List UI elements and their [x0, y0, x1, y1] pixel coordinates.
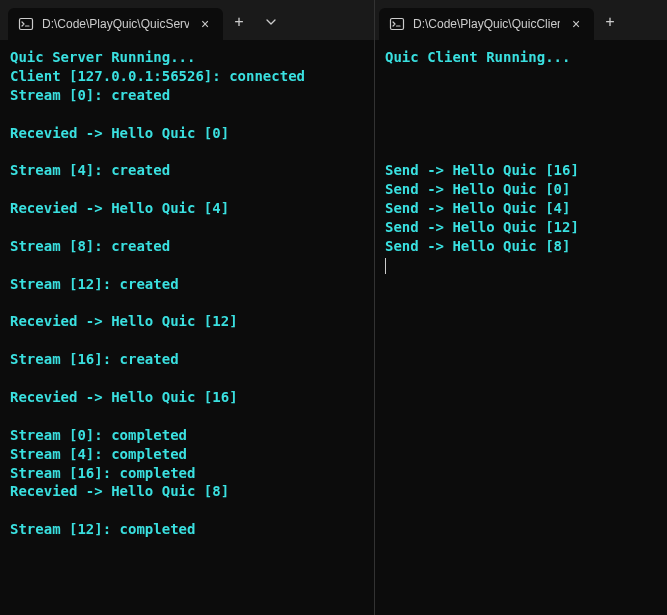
terminal-line: Recevied -> Hello Quic [12]	[10, 312, 364, 331]
terminal-output-server[interactable]: Quic Server Running...Client [127.0.0.1:…	[0, 40, 374, 615]
terminal-line	[385, 142, 657, 161]
terminal-line: Stream [0]: completed	[10, 426, 364, 445]
terminal-line	[385, 256, 657, 275]
terminal-line: Recevied -> Hello Quic [0]	[10, 124, 364, 143]
terminal-line	[10, 142, 364, 161]
terminal-line	[385, 105, 657, 124]
terminal-line: Stream [12]: created	[10, 275, 364, 294]
terminal-line: Stream [16]: created	[10, 350, 364, 369]
cursor	[385, 258, 386, 274]
close-icon[interactable]: ×	[568, 16, 584, 32]
terminal-line: Stream [4]: created	[10, 161, 364, 180]
terminal-line	[10, 369, 364, 388]
terminal-line: Client [127.0.0.1:56526]: connected	[10, 67, 364, 86]
terminal-line: Quic Server Running...	[10, 48, 364, 67]
terminal-line: Stream [8]: created	[10, 237, 364, 256]
terminal-line	[10, 218, 364, 237]
terminal-line: Stream [16]: completed	[10, 464, 364, 483]
tab-bar: D:\Code\PlayQuic\QuicClient\ × +	[375, 0, 667, 40]
terminal-line	[385, 86, 657, 105]
terminal-line: Send -> Hello Quic [8]	[385, 237, 657, 256]
terminal-line: Stream [0]: created	[10, 86, 364, 105]
terminal-line	[385, 124, 657, 143]
terminal-line	[10, 180, 364, 199]
close-icon[interactable]: ×	[197, 16, 213, 32]
terminal-line: Send -> Hello Quic [16]	[385, 161, 657, 180]
terminal-icon	[18, 16, 34, 32]
terminal-line: Send -> Hello Quic [0]	[385, 180, 657, 199]
terminal-line	[385, 67, 657, 86]
terminal-line	[10, 331, 364, 350]
terminal-line	[10, 294, 364, 313]
tab-server[interactable]: D:\Code\PlayQuic\QuicServer ×	[8, 8, 223, 40]
terminal-line: Recevied -> Hello Quic [16]	[10, 388, 364, 407]
terminal-line: Recevied -> Hello Quic [4]	[10, 199, 364, 218]
svg-rect-2	[391, 19, 404, 30]
terminal-line	[10, 256, 364, 275]
terminal-output-client[interactable]: Quic Client Running...Send -> Hello Quic…	[375, 40, 667, 615]
terminal-line: Recevied -> Hello Quic [8]	[10, 482, 364, 501]
new-tab-button[interactable]: +	[223, 6, 255, 38]
tab-bar: D:\Code\PlayQuic\QuicServer × +	[0, 0, 374, 40]
right-pane: D:\Code\PlayQuic\QuicClient\ × + Quic Cl…	[375, 0, 667, 615]
tab-client[interactable]: D:\Code\PlayQuic\QuicClient\ ×	[379, 8, 594, 40]
terminal-line	[10, 105, 364, 124]
terminal-icon	[389, 16, 405, 32]
terminal-line: Send -> Hello Quic [12]	[385, 218, 657, 237]
terminal-line: Send -> Hello Quic [4]	[385, 199, 657, 218]
terminal-line: Stream [12]: completed	[10, 520, 364, 539]
new-tab-button[interactable]: +	[594, 6, 626, 38]
tab-title: D:\Code\PlayQuic\QuicServer	[42, 17, 189, 31]
svg-rect-0	[20, 19, 33, 30]
tab-title: D:\Code\PlayQuic\QuicClient\	[413, 17, 560, 31]
terminal-line	[10, 407, 364, 426]
terminal-line: Quic Client Running...	[385, 48, 657, 67]
terminal-line	[10, 501, 364, 520]
left-pane: D:\Code\PlayQuic\QuicServer × + Quic Ser…	[0, 0, 375, 615]
terminal-line: Stream [4]: completed	[10, 445, 364, 464]
tab-dropdown-button[interactable]	[255, 6, 287, 38]
